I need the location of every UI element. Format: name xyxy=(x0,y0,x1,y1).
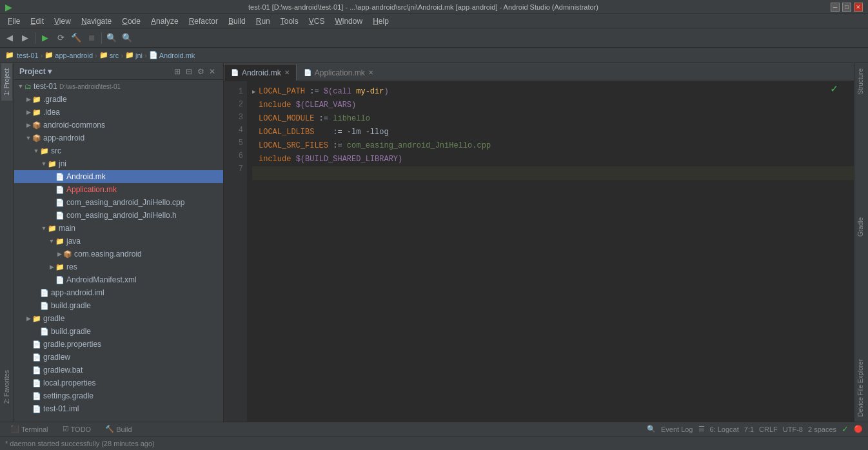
tree-item-idea[interactable]: ▶ 📁 .idea xyxy=(14,106,223,119)
vtab-favorites[interactable]: 2: Favorites xyxy=(1,365,12,409)
encoding-label[interactable]: UTF-8 xyxy=(783,426,803,433)
tree-arrow-java: ▼ xyxy=(48,238,55,244)
code-line-3: ▶LOCAL_MODULE := libhello xyxy=(252,112,854,126)
tree-icon-settings-gradle: 📄 xyxy=(32,392,41,400)
tree-item-jnihello-h[interactable]: ▶ 📄 com_easing_android_JniHello.h xyxy=(14,209,223,222)
tree-item-build-gradle-root[interactable]: ▶ 📄 build.gradle xyxy=(14,325,223,338)
menu-analyze[interactable]: Analyze xyxy=(146,15,184,27)
tree-label-build-gradle-app: build.gradle xyxy=(51,301,91,310)
tree-item-com-easing[interactable]: ▶ 📦 com.easing.android xyxy=(14,248,223,260)
tree-item-manifest[interactable]: ▶ 📄 AndroidManifest.xml xyxy=(14,273,223,286)
status-tab-terminal[interactable]: ⬛ Terminal xyxy=(5,422,54,436)
tree-item-gradle-dir[interactable]: ▶ 📁 gradle xyxy=(14,312,223,325)
tree-item-app-android[interactable]: ▼ 📦 app-android xyxy=(14,132,223,144)
build-button[interactable]: 🔨 xyxy=(69,31,83,45)
tab-close-application-mk[interactable]: ✕ xyxy=(368,69,373,76)
status-tab-build[interactable]: 🔨 Build xyxy=(100,422,137,436)
tree-item-app-iml[interactable]: ▶ 📄 app-android.iml xyxy=(14,286,223,299)
tree-arrow-jnihello-h: ▶ xyxy=(48,212,55,219)
line-ending-label[interactable]: CRLF xyxy=(759,426,778,433)
collapse-all-button[interactable]: ⊟ xyxy=(183,66,195,77)
tab-application-mk[interactable]: 📄 Application.mk ✕ xyxy=(297,64,380,81)
catlog-label: 6: Logcat xyxy=(710,426,739,433)
menu-navigate[interactable]: Navigate xyxy=(76,15,117,27)
tree-item-jnihello-cpp[interactable]: ▶ 📄 com_easing_android_JniHello.cpp xyxy=(14,196,223,209)
tree-item-settings-gradle[interactable]: ▶ 📄 settings.gradle xyxy=(14,389,223,402)
menu-edit[interactable]: Edit xyxy=(25,15,49,27)
tree-item-jni[interactable]: ▼ 📁 jni xyxy=(14,157,223,170)
tree-label-gradle-properties: gradle.properties xyxy=(43,340,101,349)
settings-button[interactable]: ⚙ xyxy=(195,66,206,77)
tree-item-build-gradle-app[interactable]: ▶ 📄 build.gradle xyxy=(14,299,223,312)
vtab-device-file-explorer[interactable]: Device File Explorer xyxy=(855,354,867,422)
bc-jni[interactable]: jni xyxy=(135,52,143,59)
run-button[interactable]: ▶ xyxy=(38,31,52,45)
search-button-1[interactable]: 🔍 xyxy=(104,31,119,45)
code-content[interactable]: ▶LOCAL_PATH := $(call my-dir) ▶include $… xyxy=(247,81,854,422)
indent-label[interactable]: 2 spaces xyxy=(808,426,836,433)
hide-panel-button[interactable]: ✕ xyxy=(206,66,218,77)
project-tree: ▼ 🗂 test-01 D:\ws-android\test-01 ▶ 📁 .g… xyxy=(14,80,223,422)
kw-local-src-files: LOCAL_SRC_FILES xyxy=(259,141,328,150)
stop-button[interactable]: ⏹ xyxy=(84,31,99,45)
tree-item-gradle[interactable]: ▶ 📁 .gradle xyxy=(14,93,223,106)
tree-item-java[interactable]: ▼ 📁 java xyxy=(14,235,223,248)
vtab-structure[interactable]: Structure xyxy=(855,63,867,100)
tree-item-res[interactable]: ▶ 📁 res xyxy=(14,260,223,273)
tree-item-test-01-iml[interactable]: ▶ 📄 test-01.iml xyxy=(14,402,223,415)
tree-item-application-mk[interactable]: ▶ 📄 Application.mk xyxy=(14,183,223,196)
bc-test-01[interactable]: test-01 xyxy=(17,52,39,59)
tree-arrow-jni: ▼ xyxy=(40,161,48,167)
menu-vcs[interactable]: VCS xyxy=(304,15,330,27)
sync-button[interactable]: ⟳ xyxy=(54,31,68,45)
main-area: 1: Project 2: Favorites Project ▾ ⊞ ⊟ ⚙ … xyxy=(0,63,868,422)
code-area: 1 2 3 4 5 6 7 ▶LOCAL_PATH := $(call my-d… xyxy=(224,81,854,422)
menu-refactor[interactable]: Refactor xyxy=(184,15,223,27)
tree-icon-test-01: 🗂 xyxy=(25,83,32,90)
expand-all-button[interactable]: ⊞ xyxy=(172,66,183,77)
tree-icon-idea: 📁 xyxy=(32,108,41,117)
bc-src[interactable]: src xyxy=(110,52,119,59)
todo-label: TODO xyxy=(71,426,92,433)
forward-button[interactable]: ▶ xyxy=(18,31,32,45)
fn-my-dir: my-dir xyxy=(356,87,384,96)
bc-folder-icon-2: 📁 xyxy=(99,51,108,59)
vtab-project[interactable]: 1: Project xyxy=(1,63,12,101)
menu-view[interactable]: View xyxy=(49,15,76,27)
tree-item-gradlew[interactable]: ▶ 📄 gradlew xyxy=(14,351,223,364)
bc-sep-3: › xyxy=(121,52,123,59)
tree-item-main[interactable]: ▼ 📁 main xyxy=(14,222,223,235)
tree-label-build-gradle-root: build.gradle xyxy=(51,327,91,336)
bc-android-mk[interactable]: Android.mk xyxy=(159,52,195,59)
line-num-3: 3 xyxy=(224,111,243,124)
bc-app-android[interactable]: app-android xyxy=(55,52,93,59)
status-tab-todo[interactable]: ☑ TODO xyxy=(57,422,97,436)
tab-close-android-mk[interactable]: ✕ xyxy=(284,69,290,76)
kw-include-2: include xyxy=(259,155,291,164)
tree-item-local-properties[interactable]: ▶ 📄 local.properties xyxy=(14,377,223,389)
tree-item-gradlew-bat[interactable]: ▶ 📄 gradlew.bat xyxy=(14,364,223,377)
search-button-2[interactable]: 🔍 xyxy=(120,31,134,45)
menu-help[interactable]: Help xyxy=(368,15,394,27)
back-button[interactable]: ◀ xyxy=(3,31,17,45)
menu-tools[interactable]: Tools xyxy=(275,15,304,27)
tree-label-src: src xyxy=(51,146,61,155)
tree-item-android-mk[interactable]: ▶ 📄 Android.mk xyxy=(14,170,223,183)
minimize-button[interactable]: ─ xyxy=(831,3,840,12)
menu-build[interactable]: Build xyxy=(223,15,251,27)
fold-arrow-2: ▶ xyxy=(252,99,259,112)
menu-run[interactable]: Run xyxy=(251,15,275,27)
maximize-button[interactable]: □ xyxy=(842,3,851,12)
menu-window[interactable]: Window xyxy=(330,15,368,27)
right-panel-tabs: Structure Gradle Device File Explorer xyxy=(854,63,868,422)
tree-arrow-build-gradle-app: ▶ xyxy=(32,302,40,309)
vtab-gradle[interactable]: Gradle xyxy=(855,212,867,242)
tab-android-mk[interactable]: 📄 Android.mk ✕ xyxy=(224,64,297,81)
menu-file[interactable]: File xyxy=(3,15,25,27)
tree-item-android-commons[interactable]: ▶ 📦 android-commons xyxy=(14,119,223,132)
tree-item-gradle-properties[interactable]: ▶ 📄 gradle.properties xyxy=(14,338,223,351)
tree-item-test-01[interactable]: ▼ 🗂 test-01 D:\ws-android\test-01 xyxy=(14,80,223,93)
close-button[interactable]: ✕ xyxy=(854,3,863,12)
tree-item-src[interactable]: ▼ 📁 src xyxy=(14,144,223,157)
menu-code[interactable]: Code xyxy=(117,15,146,27)
